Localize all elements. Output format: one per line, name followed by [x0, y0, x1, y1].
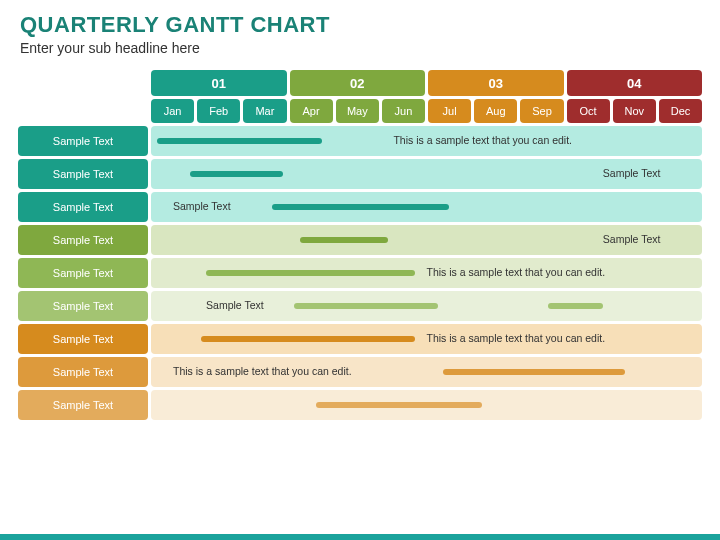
row-annotation: Sample Text: [206, 299, 264, 311]
month-header-apr: Apr: [290, 99, 333, 123]
gantt-bar: [201, 336, 416, 342]
row-track: Sample Text: [151, 225, 702, 255]
gantt-row: Sample TextThis is a sample text that yo…: [18, 126, 702, 156]
quarter-header-2: 02: [290, 70, 426, 96]
month-header-nov: Nov: [613, 99, 656, 123]
gantt-row: Sample TextThis is a sample text that yo…: [18, 258, 702, 288]
month-header-dec: Dec: [659, 99, 702, 123]
header: QUARTERLY GANTT CHART Enter your sub hea…: [0, 0, 720, 64]
page-subtitle: Enter your sub headline here: [20, 40, 700, 56]
gantt-chart: 01020304 JanFebMarAprMayJunJulAugSepOctN…: [0, 64, 720, 420]
row-label: Sample Text: [18, 192, 148, 222]
gantt-bar: [190, 171, 284, 177]
gantt-bar: [316, 402, 481, 408]
quarter-header-4: 04: [567, 70, 703, 96]
month-header-oct: Oct: [567, 99, 610, 123]
quarter-header-row: 01020304: [18, 70, 702, 96]
row-annotation: This is a sample text that you can edit.: [393, 134, 572, 146]
row-track: Sample Text: [151, 159, 702, 189]
month-header-row: JanFebMarAprMayJunJulAugSepOctNovDec: [18, 99, 702, 123]
gantt-row: Sample TextSample Text: [18, 159, 702, 189]
row-annotation: This is a sample text that you can edit.: [173, 365, 352, 377]
row-label: Sample Text: [18, 225, 148, 255]
gantt-row: Sample TextThis is a sample text that yo…: [18, 357, 702, 387]
row-label: Sample Text: [18, 126, 148, 156]
gantt-bar: [206, 270, 415, 276]
gantt-row: Sample Text: [18, 390, 702, 420]
month-header-mar: Mar: [243, 99, 286, 123]
row-track: [151, 390, 702, 420]
gantt-bar: [548, 303, 603, 309]
row-track: This is a sample text that you can edit.: [151, 258, 702, 288]
row-annotation: Sample Text: [603, 233, 661, 245]
row-track: This is a sample text that you can edit.: [151, 126, 702, 156]
month-header-jun: Jun: [382, 99, 425, 123]
month-header-jul: Jul: [428, 99, 471, 123]
month-header-aug: Aug: [474, 99, 517, 123]
gantt-bar: [157, 138, 322, 144]
row-annotation: This is a sample text that you can edit.: [427, 266, 606, 278]
quarter-header-3: 03: [428, 70, 564, 96]
row-track: This is a sample text that you can edit.: [151, 324, 702, 354]
footer-bar: [0, 534, 720, 540]
row-track: Sample Text: [151, 291, 702, 321]
row-label: Sample Text: [18, 357, 148, 387]
row-track: Sample Text: [151, 192, 702, 222]
quarter-header-1: 01: [151, 70, 287, 96]
row-label: Sample Text: [18, 258, 148, 288]
row-annotation: This is a sample text that you can edit.: [427, 332, 606, 344]
month-header-sep: Sep: [520, 99, 563, 123]
gantt-bar: [443, 369, 625, 375]
row-label: Sample Text: [18, 291, 148, 321]
row-label: Sample Text: [18, 324, 148, 354]
header-spacer: [18, 99, 148, 123]
gantt-row: Sample TextSample Text: [18, 291, 702, 321]
row-label: Sample Text: [18, 390, 148, 420]
month-header-may: May: [336, 99, 379, 123]
page-title: QUARTERLY GANTT CHART: [20, 12, 700, 38]
row-annotation: Sample Text: [603, 167, 661, 179]
month-header-jan: Jan: [151, 99, 194, 123]
row-label: Sample Text: [18, 159, 148, 189]
gantt-row: Sample TextSample Text: [18, 225, 702, 255]
gantt-bar: [294, 303, 437, 309]
gantt-row: Sample TextThis is a sample text that yo…: [18, 324, 702, 354]
row-annotation: Sample Text: [173, 200, 231, 212]
month-header-feb: Feb: [197, 99, 240, 123]
gantt-row: Sample TextSample Text: [18, 192, 702, 222]
gantt-bar: [272, 204, 448, 210]
row-track: This is a sample text that you can edit.: [151, 357, 702, 387]
gantt-bar: [300, 237, 388, 243]
header-spacer: [18, 70, 148, 96]
